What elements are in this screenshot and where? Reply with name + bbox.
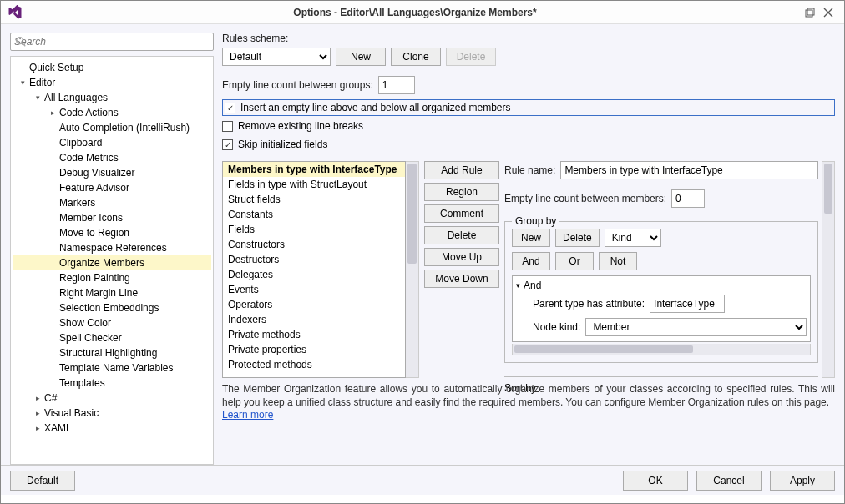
empty-line-members-input[interactable] <box>671 189 705 208</box>
tree-item[interactable]: ▸Member Icons <box>13 210 211 225</box>
tree-item-label: Auto Completion (IntelliRush) <box>58 122 190 134</box>
tree-item[interactable]: ▸XAML <box>13 421 211 436</box>
rules-list[interactable]: Members in type with InterfaceTypeFields… <box>222 161 406 378</box>
and-node-label: And <box>524 280 541 291</box>
rule-list-item[interactable]: Fields in type with StructLayout <box>223 177 405 192</box>
rule-list-item[interactable]: Members in type with InterfaceType <box>223 162 405 177</box>
description-text: The Member Organization feature allows y… <box>222 383 835 422</box>
parent-attr-input[interactable] <box>650 295 725 313</box>
rule-list-item[interactable]: Private properties <box>223 342 405 357</box>
apply-button[interactable]: Apply <box>770 471 835 491</box>
tree-item[interactable]: ▸Debug Visualizer <box>13 165 211 180</box>
region-button[interactable]: Region <box>424 183 499 201</box>
tree-item-label: Template Name Variables <box>58 362 174 374</box>
insert-empty-line-checkbox-row[interactable]: ✓ Insert an empty line above and below a… <box>222 99 835 116</box>
tree-item[interactable]: ▸Region Painting <box>13 270 211 285</box>
groupby-condition-tree[interactable]: ▾ And Parent type has attribute: Node ki… <box>512 275 811 342</box>
node-kind-select[interactable]: Member <box>585 318 807 336</box>
rule-list-item[interactable]: Fields <box>223 222 405 237</box>
rule-list-item[interactable]: Constants <box>223 207 405 222</box>
groupby-new-button[interactable]: New <box>512 229 550 247</box>
rule-list-item[interactable]: Struct fields <box>223 192 405 207</box>
window-title: Options - Editor\All Languages\Organize … <box>29 7 801 18</box>
tree-item[interactable]: ▾Editor <box>13 75 211 90</box>
vs-logo-icon <box>8 5 23 20</box>
tree-item[interactable]: ▸Namespace References <box>13 240 211 255</box>
tree-item-label: Namespace References <box>58 242 167 254</box>
rule-list-item[interactable]: Private methods <box>223 327 405 342</box>
chevron-down-icon[interactable]: ▾ <box>18 78 28 87</box>
chevron-right-icon[interactable]: ▸ <box>33 409 43 417</box>
tree-item[interactable]: ▸Right Margin Line <box>13 285 211 300</box>
tree-item[interactable]: ▾All Languages <box>13 90 211 105</box>
empty-line-groups-input[interactable] <box>378 76 415 94</box>
tree-item[interactable]: ▸Selection Embeddings <box>13 300 211 315</box>
window-close-icon[interactable] <box>819 3 837 22</box>
tree-item-label: Member Icons <box>58 212 123 224</box>
tree-item-label: Region Painting <box>58 272 130 284</box>
tree-item[interactable]: ▸Auto Completion (IntelliRush) <box>13 120 211 135</box>
checkbox-unchecked-icon <box>222 121 233 132</box>
tree-item[interactable]: ▸Organize Members <box>13 255 211 270</box>
tree-item[interactable]: ▸Structural Highlighting <box>13 345 211 360</box>
window-restore-icon[interactable] <box>801 3 819 22</box>
cancel-button[interactable]: Cancel <box>696 471 762 491</box>
groupby-kind-select[interactable]: Kind <box>605 229 661 247</box>
tree-item-label: Visual Basic <box>43 407 99 419</box>
tree-item-label: Spell Checker <box>58 332 122 344</box>
comment-button[interactable]: Comment <box>424 204 499 223</box>
tree-item[interactable]: ▸Feature Advisor <box>13 180 211 195</box>
tree-item[interactable]: ▸Code Actions <box>13 105 211 120</box>
learn-more-link[interactable]: Learn more <box>222 409 273 421</box>
tree-item-label: XAML <box>43 422 72 434</box>
default-button[interactable]: Default <box>10 471 75 491</box>
tree-item[interactable]: ▸Spell Checker <box>13 330 211 345</box>
rule-list-item[interactable]: Operators <box>223 297 405 312</box>
rule-list-item[interactable]: Constructors <box>223 237 405 252</box>
chevron-right-icon[interactable]: ▸ <box>48 108 58 117</box>
rule-list-item[interactable]: Protected methods <box>223 357 405 372</box>
skip-initialized-checkbox-row[interactable]: ✓ Skip initialized fields <box>222 136 835 153</box>
tree-item[interactable]: ▸Markers <box>13 195 211 210</box>
add-rule-button[interactable]: Add Rule <box>424 161 499 179</box>
tree-item[interactable]: ▸Code Metrics <box>13 150 211 165</box>
footer: Default OK Cancel Apply <box>1 465 844 495</box>
svg-line-3 <box>23 43 26 47</box>
chevron-right-icon[interactable]: ▸ <box>33 424 43 432</box>
chevron-down-icon[interactable]: ▾ <box>33 93 43 102</box>
scrollbar-vertical[interactable] <box>822 161 835 378</box>
rule-list-item[interactable]: Destructors <box>223 252 405 267</box>
movedown-button[interactable]: Move Down <box>424 270 499 288</box>
rule-list-item[interactable]: Delegates <box>223 267 405 282</box>
scrollbar-vertical[interactable] <box>406 161 419 378</box>
ok-button[interactable]: OK <box>623 471 688 491</box>
chevron-right-icon[interactable]: ▸ <box>33 394 43 402</box>
tree-item[interactable]: ▸Templates <box>13 375 211 391</box>
rule-name-input[interactable] <box>560 161 818 179</box>
tree-item[interactable]: ▸Move to Region <box>13 225 211 240</box>
moveup-button[interactable]: Move Up <box>424 248 499 266</box>
scrollbar-horizontal[interactable] <box>512 344 811 355</box>
scheme-new-button[interactable]: New <box>336 48 386 66</box>
tree-item[interactable]: ▸Template Name Variables <box>13 360 211 375</box>
chevron-down-icon[interactable]: ▾ <box>516 281 520 290</box>
groupby-not-button[interactable]: Not <box>599 252 637 270</box>
delete-rule-button[interactable]: Delete <box>424 226 499 244</box>
search-input[interactable] <box>10 33 214 51</box>
nav-tree[interactable]: ▸Quick Setup▾Editor▾All Languages▸Code A… <box>10 56 214 465</box>
tree-item[interactable]: ▸Visual Basic <box>13 406 211 421</box>
groupby-delete-button[interactable]: Delete <box>555 229 600 247</box>
remove-breaks-checkbox-row[interactable]: Remove existing line breaks <box>222 118 835 134</box>
groupby-and-button[interactable]: And <box>512 252 550 270</box>
tree-item[interactable]: ▸Clipboard <box>13 135 211 150</box>
groupby-or-button[interactable]: Or <box>555 252 594 270</box>
tree-item[interactable]: ▸Quick Setup <box>13 60 211 75</box>
rule-list-item[interactable]: Events <box>223 282 405 297</box>
rules-scheme-select[interactable]: Default <box>222 48 331 66</box>
tree-item-label: Debug Visualizer <box>58 167 135 179</box>
rule-list-item[interactable]: Indexers <box>223 312 405 327</box>
tree-item[interactable]: ▸C# <box>13 391 211 406</box>
scheme-clone-button[interactable]: Clone <box>391 48 441 66</box>
tree-item[interactable]: ▸Show Color <box>13 315 211 330</box>
node-kind-label: Node kind: <box>533 321 580 333</box>
